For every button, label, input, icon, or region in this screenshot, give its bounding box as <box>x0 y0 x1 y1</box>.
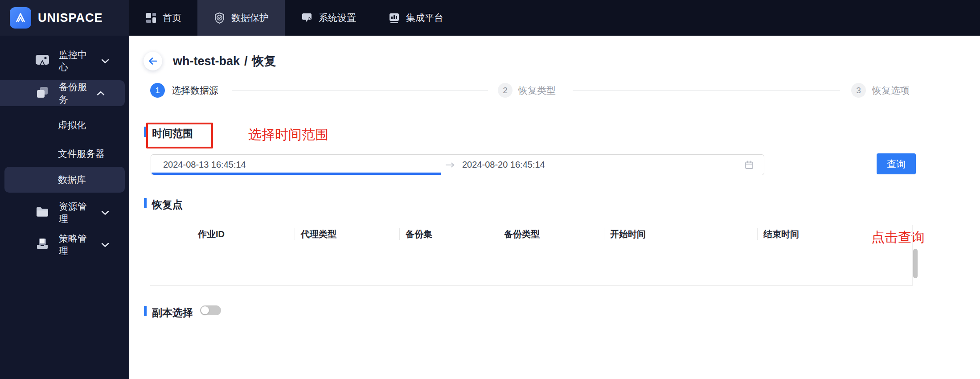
step-number: 1 <box>155 86 160 95</box>
section-accent-bar <box>144 198 147 208</box>
table-right-border <box>912 225 913 286</box>
sidebar-item-label: 监控中心 <box>59 49 92 74</box>
nav-tab-system-settings[interactable]: 系统设置 <box>285 0 372 36</box>
sidebar-item-label: 备份服务 <box>59 81 88 106</box>
replica-toggle-switch[interactable] <box>200 305 221 315</box>
step-3-circle: 3 <box>851 83 866 98</box>
column-header-backup-type: 备份类型 <box>498 225 604 243</box>
annotation-select-time-range: 选择时间范围 <box>248 126 328 144</box>
step-connector <box>232 90 488 91</box>
policy-icon <box>35 237 50 253</box>
chevron-down-icon <box>101 210 109 215</box>
sidebar-subitem-label: 文件服务器 <box>58 148 105 160</box>
sidebar-item-label: 策略管理 <box>59 232 92 257</box>
table-scrollbar[interactable] <box>913 249 918 278</box>
sidebar: 监控中心 备份服务 虚拟化 文件服务器 数据库 <box>0 36 129 379</box>
step-2-label: 恢复类型 <box>518 84 556 97</box>
page-title: wh-test-bak / 恢复 <box>173 53 276 69</box>
column-header-agent-type: 代理类型 <box>295 225 399 243</box>
breadcrumb-job-name: wh-test-bak <box>173 54 240 68</box>
sidebar-item-policy-management[interactable]: 策略管理 <box>0 232 129 258</box>
step-number: 3 <box>856 86 861 95</box>
monitor-icon <box>35 54 50 69</box>
app-root: UNISPACE 首页 <box>0 0 980 379</box>
sidebar-subitem-label: 数据库 <box>58 173 86 186</box>
arrow-right-icon <box>445 161 455 169</box>
main-content: wh-test-bak / 恢复 1 选择数据源 2 恢复类型 3 恢复选项 时… <box>129 36 980 379</box>
active-field-underline <box>152 173 441 175</box>
sidebar-subitem-file-server[interactable]: 文件服务器 <box>0 141 129 167</box>
column-header-backup-set: 备份集 <box>399 225 498 243</box>
column-header-job-id: 作业ID <box>150 225 295 243</box>
nav-tab-label: 系统设置 <box>319 12 356 24</box>
end-date-input[interactable]: 2024-08-20 16:45:14 <box>462 160 545 170</box>
table-empty-row <box>150 249 912 286</box>
chevron-down-icon <box>101 58 109 64</box>
dashboard-icon <box>145 12 157 24</box>
sidebar-item-monitoring-center[interactable]: 监控中心 <box>0 48 129 74</box>
query-button[interactable]: 查询 <box>877 153 916 174</box>
breadcrumb: wh-test-bak / 恢复 <box>144 52 276 70</box>
breadcrumb-action: 恢复 <box>252 53 276 69</box>
sidebar-item-label: 资源管理 <box>59 200 92 225</box>
step-1-circle: 1 <box>150 83 165 98</box>
column-header-start-time: 开始时间 <box>604 225 757 243</box>
sidebar-subitem-virtualization[interactable]: 虚拟化 <box>0 112 129 138</box>
sidebar-subitem-database[interactable]: 数据库 <box>4 167 125 193</box>
step-number: 2 <box>503 86 508 95</box>
top-navigation: 首页 数据保护 <box>129 0 459 36</box>
brand-area: UNISPACE <box>0 0 129 36</box>
start-date-input[interactable]: 2024-08-13 16:45:14 <box>163 160 246 170</box>
toggle-knob <box>201 306 209 314</box>
nav-tab-label: 首页 <box>163 12 181 24</box>
restore-points-table-header: 作业ID 代理类型 备份集 备份类型 开始时间 结束时间 <box>150 225 912 243</box>
nav-tab-label: 数据保护 <box>231 12 269 24</box>
chevron-up-icon <box>97 91 105 96</box>
arrow-left-icon <box>148 56 158 66</box>
date-range-picker[interactable]: 2024-08-13 16:45:14 2024-08-20 16:45:14 <box>151 154 764 175</box>
breadcrumb-separator: / <box>244 54 248 68</box>
calendar-icon[interactable] <box>744 160 754 170</box>
sidebar-subitem-label: 虚拟化 <box>58 119 86 132</box>
brand-name: UNISPACE <box>38 11 103 25</box>
unispace-logo-icon <box>10 7 31 29</box>
restore-points-title: 恢复点 <box>152 198 183 212</box>
shield-check-icon <box>213 12 226 24</box>
step-connector <box>573 90 840 91</box>
integration-platform-icon <box>388 12 400 24</box>
step-wizard: 1 选择数据源 2 恢复类型 3 恢复选项 <box>150 83 957 98</box>
nav-tab-integration-platform[interactable]: 集成平台 <box>372 0 459 36</box>
chevron-down-icon <box>101 242 109 247</box>
step-3-label: 恢复选项 <box>872 84 910 97</box>
folder-icon <box>35 206 50 220</box>
step-1-label: 选择数据源 <box>172 84 218 97</box>
step-2-circle: 2 <box>498 83 513 98</box>
system-settings-icon <box>301 12 313 24</box>
column-header-end-time: 结束时间 <box>757 225 912 243</box>
annotation-highlight-box <box>146 123 213 148</box>
sidebar-item-resource-management[interactable]: 资源管理 <box>0 200 129 226</box>
top-bar: UNISPACE 首页 <box>0 0 980 36</box>
nav-tab-label: 集成平台 <box>406 12 443 24</box>
backup-copy-icon <box>35 85 50 102</box>
section-accent-bar <box>144 306 147 316</box>
sidebar-item-backup-service[interactable]: 备份服务 <box>0 80 125 106</box>
back-button[interactable] <box>144 52 162 70</box>
nav-tab-data-protection[interactable]: 数据保护 <box>197 0 285 36</box>
nav-tab-home[interactable]: 首页 <box>129 0 197 36</box>
replica-selection-title: 副本选择 <box>152 306 193 320</box>
